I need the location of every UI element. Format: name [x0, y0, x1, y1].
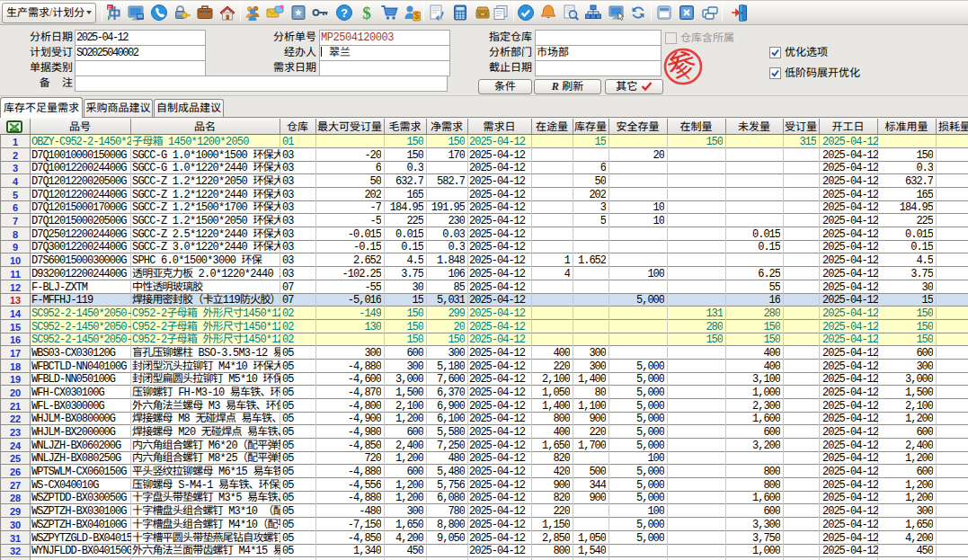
svg-text:$: $	[362, 4, 371, 22]
svg-text:?: ?	[341, 6, 348, 20]
svg-text:$: $	[414, 11, 420, 21]
